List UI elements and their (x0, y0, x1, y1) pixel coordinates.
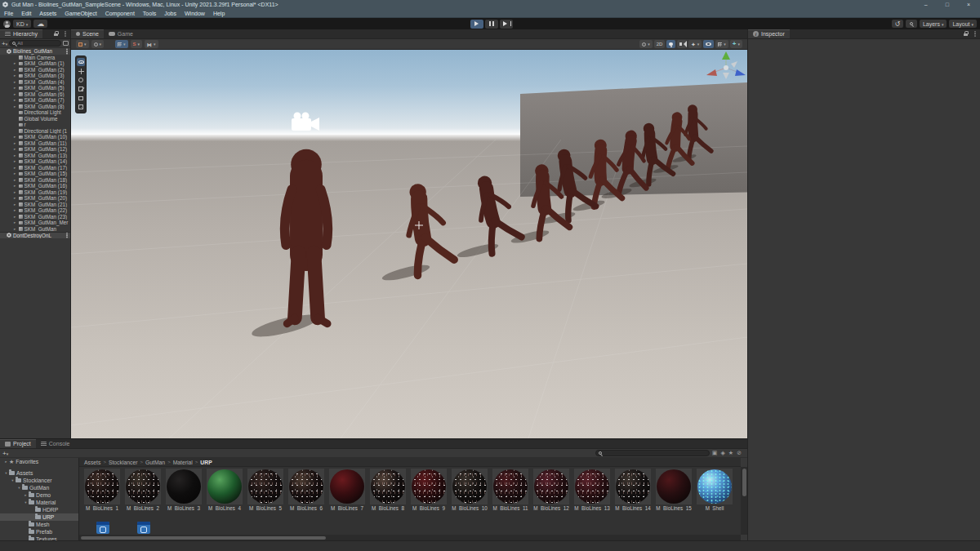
step-button[interactable] (500, 20, 513, 29)
2d-toggle[interactable]: 2D (654, 40, 666, 48)
breadcrumb-item[interactable]: Material (173, 460, 193, 465)
lock-icon[interactable] (964, 33, 968, 37)
menu-component[interactable]: Component (101, 9, 139, 18)
tab-scene[interactable]: Scene (71, 29, 104, 38)
layout-dropdown[interactable]: Layout (949, 20, 977, 28)
scene-visibility-toggle[interactable] (703, 40, 714, 48)
asset-tile[interactable]: M_BioLines_7 (329, 469, 365, 511)
rect-tool-button[interactable] (77, 94, 85, 102)
hierarchy-item[interactable]: ▸SKM_GutMan (8) (0, 104, 70, 110)
cloud-button[interactable]: ☁ (33, 20, 47, 28)
asset-tile[interactable]: M_BioLines_12 (533, 469, 569, 511)
project-tree-item[interactable]: ▾Stocklancer (0, 477, 78, 484)
scale-tool-button[interactable] (77, 85, 85, 93)
debug-mode-button[interactable] (91, 40, 105, 48)
camera-gizmo-icon[interactable] (292, 113, 319, 131)
hierarchy-item[interactable]: ▸SKM_GutMan (20) (0, 195, 70, 202)
hierarchy-item[interactable]: ▸SKM_GutMan (4) (0, 79, 70, 86)
hierarchy-item[interactable]: ▸SKM_GutMan (19) (0, 189, 70, 196)
play-button[interactable] (470, 20, 483, 29)
search-by-label-icon[interactable]: ◈ (720, 450, 724, 456)
hierarchy-item[interactable]: ▸SKM_GutMan (22) (0, 207, 70, 214)
asset-tile[interactable]: M_BioLines_14 (615, 469, 651, 511)
maximize-button[interactable]: □ (946, 0, 949, 9)
hierarchy-item[interactable]: ▸SKM_GutMan (7) (0, 97, 70, 104)
hierarchy-item[interactable]: ▸SKM_GutMan (1) (0, 60, 70, 67)
hierarchy-item[interactable]: ▸SKM_GutMan (10) (0, 134, 70, 140)
layers-dropdown[interactable]: Layers (920, 20, 947, 28)
save-search-icon[interactable]: ★ (728, 450, 733, 456)
pause-button[interactable] (485, 20, 498, 29)
account-avatar[interactable] (3, 20, 11, 28)
hierarchy-item[interactable]: ▸SKM_GutMan (2) (0, 67, 70, 73)
shading-dropdown[interactable] (639, 40, 653, 48)
hierarchy-item[interactable]: ▸SKM_GutMan (14) (0, 158, 70, 165)
hierarchy-item[interactable]: ▸SKM_GutMan (0, 226, 70, 233)
expand-arrow-icon[interactable]: ▾ (3, 469, 9, 477)
view-tool-button[interactable] (77, 58, 85, 66)
panel-menu-icon[interactable] (974, 33, 976, 35)
gizmos-dropdown[interactable]: + (730, 40, 742, 48)
tab-game[interactable]: Game (104, 29, 138, 38)
hidden-count-icon[interactable]: ⊘ (737, 450, 742, 456)
hierarchy-dontdestroy-scene[interactable]: DontDestroyOnL (0, 232, 70, 238)
menu-window[interactable]: Window (180, 9, 209, 18)
scene-menu-icon[interactable] (66, 234, 68, 236)
hierarchy-item[interactable]: Directional Light (0, 109, 70, 116)
asset-tile[interactable]: M_BioLines_4 (207, 469, 243, 511)
breadcrumb-item[interactable]: Stocklancer (109, 460, 138, 465)
expand-arrow-icon[interactable]: ▸ (23, 491, 29, 499)
menu-gameobject[interactable]: GameObject (60, 9, 100, 18)
hierarchy-item[interactable]: Global Volume (0, 116, 70, 122)
material-asset-icon[interactable] (96, 522, 109, 534)
project-search[interactable] (595, 450, 710, 456)
project-tree-item[interactable]: ▾GutMan (0, 484, 78, 491)
hierarchy-item[interactable]: ▸SKM_GutMan (16) (0, 183, 70, 189)
project-tree-item[interactable]: ▸Demo (0, 491, 78, 499)
asset-tile[interactable]: M_BioLines_3 (166, 469, 202, 511)
project-tree-item[interactable]: URP (0, 513, 78, 521)
asset-tile[interactable]: M_BioLines_11 (492, 469, 528, 511)
undo-history-button[interactable] (892, 20, 903, 28)
menu-assets[interactable]: Assets (35, 9, 60, 18)
tab-hierarchy[interactable]: Hierarchy (0, 29, 42, 38)
asset-tile[interactable]: M_BioLines_13 (574, 469, 610, 511)
favorites-item[interactable]: ▸ ★ Favorites (0, 458, 78, 465)
hierarchy-item[interactable]: ▸SKM_GutMan (15) (0, 171, 70, 177)
hierarchy-search-input[interactable] (17, 41, 58, 46)
hierarchy-scene-root[interactable]: Biolines_GutMan (0, 48, 70, 55)
hierarchy-item[interactable]: r (0, 122, 70, 128)
menu-file[interactable]: File (0, 9, 17, 18)
hierarchy-item[interactable]: ▸SKM_GutMan (12) (0, 146, 70, 153)
audio-toggle[interactable] (677, 40, 687, 48)
menu-jobs[interactable]: Jobs (160, 9, 180, 18)
draw-mode-button[interactable] (76, 40, 89, 48)
measure-button[interactable]: ⋈ (145, 40, 158, 48)
hierarchy-item[interactable]: Main Camera (0, 55, 70, 61)
tab-inspector[interactable]: Inspector (748, 29, 790, 38)
material-asset-icon[interactable] (137, 522, 150, 534)
project-tree-item[interactable]: ▾Material (0, 499, 78, 506)
asset-tile[interactable]: M_BioLines_5 (247, 469, 283, 511)
hierarchy-search[interactable] (9, 40, 61, 47)
breadcrumb-item[interactable]: URP (200, 460, 212, 465)
project-tree-item[interactable]: Prefab (0, 528, 78, 535)
search-button[interactable] (906, 20, 917, 28)
scene-picker-icon[interactable] (63, 41, 69, 46)
menu-edit[interactable]: Edit (17, 9, 35, 18)
asset-tile[interactable]: M_BioLines_6 (288, 469, 324, 511)
snap-settings-button[interactable]: S (131, 40, 143, 48)
project-tree-item[interactable]: HDRP (0, 506, 78, 513)
asset-tile[interactable]: M_BioLines_10 (452, 469, 488, 511)
expand-arrow-icon[interactable]: ▸ (3, 458, 9, 465)
orientation-gizmo[interactable] (706, 51, 746, 79)
transform-tool-button[interactable] (77, 103, 85, 111)
hierarchy-item[interactable]: ▸SKM_GutMan_Mer (0, 220, 70, 226)
move-tool-button[interactable] (77, 67, 85, 75)
grid-snap-button[interactable] (115, 40, 128, 48)
add-gameobject-button[interactable]: + (2, 40, 7, 47)
hierarchy-item[interactable]: ▸SKM_GutMan (17) (0, 165, 70, 171)
vertical-scrollbar[interactable] (741, 467, 747, 535)
asset-tile[interactable]: M_BioLines_15 (656, 469, 692, 511)
account-dropdown[interactable]: KD (13, 20, 31, 28)
